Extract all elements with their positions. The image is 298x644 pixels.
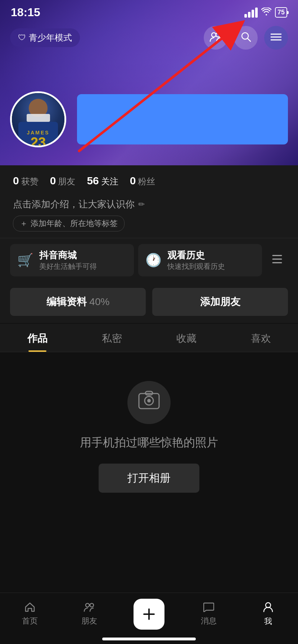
tab-favorites-label: 收藏 [176,333,197,344]
edit-profile-button[interactable]: 编辑资料 40% [10,288,146,316]
action-buttons: 编辑资料 40% 添加朋友 [0,282,298,323]
youth-mode-button[interactable]: 🛡 青少年模式 [10,28,80,47]
friends-icon-button[interactable] [204,26,227,50]
svg-point-14 [147,399,151,402]
open-album-button[interactable]: 打开相册 [99,464,199,493]
bottom-nav: 首页 朋友 消息 [0,593,298,644]
add-tag-label: 添加年龄、所在地等标签 [31,218,118,229]
home-indicator [102,638,196,640]
svg-point-15 [86,603,89,607]
svg-line-4 [248,38,250,41]
tab-private-label: 私密 [102,333,122,344]
bio-placeholder: 点击添加介绍，让大家认识你 [13,198,135,211]
tab-private[interactable]: 私密 [74,324,149,352]
nav-icons [204,26,288,50]
photo-icon [138,391,160,414]
search-icon [240,31,251,45]
message-icon [203,602,214,614]
shop-icon: 🛒 [17,253,33,268]
content-tabs: 作品 私密 收藏 喜欢 [0,324,298,352]
avatar[interactable]: JAMES 23 [10,91,66,147]
friends-nav-icon [83,602,95,614]
nav-friends[interactable]: 朋友 [60,602,119,626]
shield-icon: 🛡 [18,33,26,42]
shop-title: 抖音商城 [39,249,97,262]
signal-icon [244,8,258,18]
stat-friends: 0 朋友 [50,175,76,187]
nav-messages-label: 消息 [201,616,217,626]
stat-fans-number: 0 [130,175,136,187]
tab-works[interactable]: 作品 [0,324,74,352]
stat-likes-number: 0 [13,175,19,187]
stat-friends-number: 0 [50,175,56,187]
stat-following-number: 56 [87,175,99,187]
add-friend-label: 添加朋友 [200,296,240,307]
shop-subtitle: 美好生活触手可得 [39,262,97,271]
youth-mode-label: 青少年模式 [29,32,72,43]
edit-profile-label: 编辑资料 [46,296,90,307]
stat-likes: 0 获赞 [13,175,39,187]
shop-text: 抖音商城 美好生活触手可得 [39,249,97,271]
bio-text[interactable]: 点击添加介绍，让大家认识你 ✏ [13,198,285,211]
nav-home-label: 首页 [22,616,38,626]
add-tag-button[interactable]: ＋ 添加年龄、所在地等标签 [13,216,125,231]
tab-likes-label: 喜欢 [251,333,271,344]
bio-section: 点击添加介绍，让大家认识你 ✏ ＋ 添加年龄、所在地等标签 [0,194,298,238]
stats-bar: 0 获赞 0 朋友 56 关注 0 粉丝 [0,165,298,194]
svg-point-2 [216,33,220,37]
quick-links: 🛒 抖音商城 美好生活触手可得 🕐 观看历史 快速找到观看历史 [0,238,298,282]
nav-messages[interactable]: 消息 [179,602,239,626]
avatar-body: JAMES 23 [18,122,58,146]
tab-likes[interactable]: 喜欢 [224,324,298,352]
empty-icon-circle [127,381,171,424]
svg-point-1 [212,33,216,37]
history-subtitle: 快速找到观看历史 [167,262,225,271]
nav-home[interactable]: 首页 [0,602,60,626]
tab-works-label: 作品 [27,333,48,344]
search-icon-button[interactable] [234,26,258,50]
more-options-button[interactable] [266,249,288,272]
profile-section: JAMES 23 [10,91,288,147]
stat-friends-label: 朋友 [58,176,75,187]
svg-point-16 [90,603,94,607]
tab-favorites[interactable]: 收藏 [149,324,224,352]
stat-fans-label: 粉丝 [138,176,155,187]
empty-text: 用手机拍过哪些惊艳的照片 [80,435,218,451]
history-text: 观看历史 快速找到观看历史 [167,249,225,271]
hero-section: 🛡 青少年模式 [0,0,298,165]
profile-nav-icon [263,602,273,615]
status-icons: 75 [244,7,287,18]
nav-me[interactable]: 我 [238,602,298,627]
history-title: 观看历史 [167,249,225,262]
edit-profile-percent: 40% [89,296,109,307]
stat-following[interactable]: 56 关注 [87,175,118,187]
open-album-label: 打开相册 [127,472,171,484]
edit-icon: ✏ [138,200,145,209]
stat-fans: 0 粉丝 [130,175,155,187]
add-friend-button[interactable]: 添加朋友 [152,288,288,316]
shop-link[interactable]: 🛒 抖音商城 美好生活触手可得 [10,244,134,276]
name-banner [77,94,288,144]
nav-me-label: 我 [264,616,272,627]
menu-icon-button[interactable] [264,26,288,50]
content-area: 用手机拍过哪些惊艳的照片 打开相册 [0,352,298,553]
nav-create[interactable] [119,599,179,630]
nav-friends-label: 朋友 [81,616,97,626]
status-time: 18:15 [11,6,40,19]
stat-likes-label: 获赞 [21,176,39,187]
stat-following-label: 关注 [101,176,118,187]
status-bar: 18:15 75 [0,0,298,23]
wifi-icon [261,8,271,18]
history-link[interactable]: 🕐 观看历史 快速找到观看历史 [138,244,262,276]
top-nav: 🛡 青少年模式 [0,26,298,50]
create-button[interactable] [134,599,164,630]
home-icon [24,602,35,614]
avatar-towel [27,114,50,122]
history-icon: 🕐 [145,253,162,268]
menu-icon [271,32,281,43]
jersey-number: 23 [31,135,46,146]
battery-icon: 75 [275,7,287,18]
friends-icon [209,31,222,45]
add-tag-icon: ＋ [20,218,28,229]
